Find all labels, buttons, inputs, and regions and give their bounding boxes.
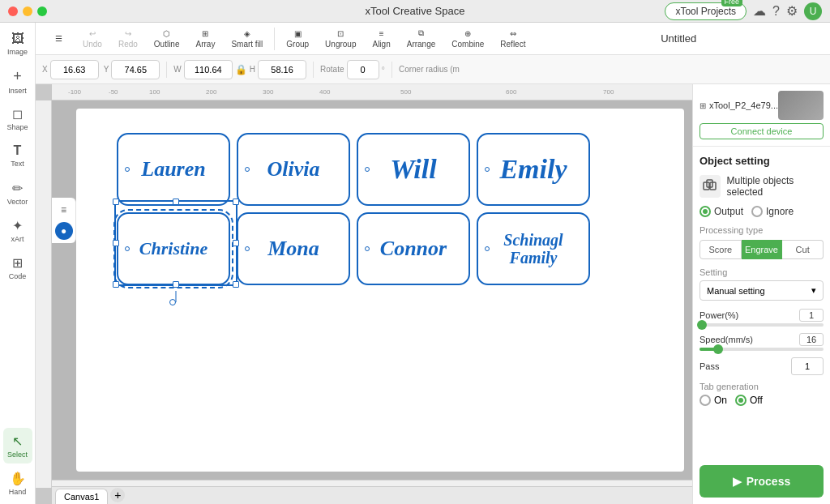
score-button[interactable]: Score xyxy=(700,240,742,259)
outline-button[interactable]: ⬡ Outline xyxy=(148,26,186,52)
undo-button[interactable]: ↩ Undo xyxy=(76,26,109,52)
rotate-handle[interactable] xyxy=(169,299,176,305)
position-bar: X Y W 🔒 H Rotate ° Co xyxy=(36,55,830,84)
degree-icon: ° xyxy=(382,65,385,75)
name-card-olivia[interactable]: Olivia xyxy=(237,133,350,206)
sidebar-item-code[interactable]: ⊞ Code xyxy=(3,250,32,285)
name-text-will: Will xyxy=(390,154,436,185)
profile-icon[interactable]: U xyxy=(804,2,822,20)
menu-toggle[interactable]: ☰ xyxy=(44,31,73,46)
cut-button[interactable]: Cut xyxy=(782,240,824,259)
device-thumbnail xyxy=(778,91,824,120)
engrave-button[interactable]: Engrave xyxy=(742,240,783,259)
manual-setting-select[interactable]: Manual setting ▾ xyxy=(700,280,824,301)
canvas-area[interactable]: -100 -50 100 200 300 400 500 600 700 xyxy=(36,84,692,504)
tab-off-dot xyxy=(735,395,747,406)
properties-icon[interactable]: ● xyxy=(55,222,73,240)
canvas-tab-1[interactable]: Canvas1 xyxy=(55,489,108,504)
sidebar-item-image[interactable]: 🖼 Image xyxy=(3,26,32,62)
text-icon: T xyxy=(14,143,22,158)
ignore-radio-label[interactable]: Ignore xyxy=(751,206,794,217)
power-slider-track[interactable] xyxy=(700,323,824,327)
maximize-button[interactable] xyxy=(37,6,47,16)
combine-button[interactable]: ⊕ Combine xyxy=(445,26,490,52)
multi-object-svg xyxy=(703,179,717,194)
sidebar-item-select[interactable]: ↖ Select xyxy=(3,428,32,463)
sidebar-item-text[interactable]: T Text xyxy=(3,138,32,173)
main-layout: 🖼 Image + Insert ◻ Shape T Text ✏ Vector… xyxy=(0,23,830,504)
y-input[interactable] xyxy=(111,60,160,79)
reflect-button[interactable]: ⇔ Reflect xyxy=(494,26,532,52)
name-card-schinagl[interactable]: SchinaglFamily xyxy=(477,212,590,285)
group-icon: ▣ xyxy=(294,29,302,38)
tab-off-radio[interactable]: Off xyxy=(735,395,763,406)
array-button[interactable]: ⊞ Array xyxy=(190,26,222,52)
power-slider-thumb[interactable] xyxy=(697,320,707,330)
ruler-horizontal: -100 -50 100 200 300 400 500 600 700 xyxy=(52,84,692,100)
multi-object-icon xyxy=(700,175,721,198)
process-button[interactable]: ▶ Process xyxy=(700,465,824,498)
name-card-mona[interactable]: Mona xyxy=(237,212,350,285)
layers-icon[interactable]: ≡ xyxy=(55,201,73,219)
ruler-vertical xyxy=(36,100,52,488)
name-card-will[interactable]: Will xyxy=(357,133,470,206)
name-card-christine[interactable]: Christine xyxy=(117,212,230,285)
ignore-radio-dot xyxy=(751,206,763,217)
name-card-connor[interactable]: Connor xyxy=(357,212,470,285)
object-header: Multiple objects selected xyxy=(700,175,824,198)
card-dot xyxy=(365,167,370,172)
redo-button[interactable]: ↪ Redo xyxy=(112,26,144,52)
pass-input[interactable] xyxy=(791,357,824,375)
name-card-lauren[interactable]: Lauren xyxy=(117,133,230,206)
free-badge: Free xyxy=(721,0,743,6)
settings-title: Object setting xyxy=(700,155,824,167)
card-dot xyxy=(485,167,490,172)
name-text-lauren: Lauren xyxy=(141,157,205,182)
left-toolbar: 🖼 Image + Insert ◻ Shape T Text ✏ Vector… xyxy=(0,23,36,504)
sidebar-item-shape[interactable]: ◻ Shape xyxy=(3,100,32,136)
pos-divider-1 xyxy=(166,62,167,78)
name-card-emily[interactable]: Emily xyxy=(477,133,590,206)
connect-device-button[interactable]: Connect device xyxy=(700,123,824,139)
name-text-olivia: Olivia xyxy=(267,157,320,182)
sidebar-item-hand[interactable]: ✋ Hand xyxy=(3,465,32,501)
tab-on-radio[interactable]: On xyxy=(700,395,727,406)
canvas-content[interactable]: Lauren Olivia Will xyxy=(52,100,692,480)
ungroup-icon: ⊡ xyxy=(337,29,344,38)
speed-slider-thumb[interactable] xyxy=(713,344,723,354)
output-radio-dot xyxy=(700,206,711,217)
menu-icon: ☰ xyxy=(55,34,62,43)
minimize-button[interactable] xyxy=(23,6,32,16)
h-input[interactable] xyxy=(258,60,306,79)
xart-icon: ✦ xyxy=(12,218,23,233)
speed-value-input[interactable] xyxy=(799,333,824,346)
sidebar-item-insert[interactable]: + Insert xyxy=(3,63,32,99)
add-canvas-button[interactable]: + xyxy=(110,488,125,502)
w-input[interactable] xyxy=(184,60,233,79)
rotate-input[interactable] xyxy=(347,60,379,79)
output-radio-label[interactable]: Output xyxy=(700,206,743,217)
tab-bar: Canvas1 + xyxy=(52,486,692,504)
close-button[interactable] xyxy=(8,6,18,16)
device-section: ⊞ xTool_P2_4e79... Connect device xyxy=(693,84,830,147)
object-settings-panel: Object setting Multiple objects selected xyxy=(693,147,830,459)
pass-row: Pass xyxy=(700,357,824,375)
speed-slider-track[interactable] xyxy=(700,348,824,351)
x-input[interactable] xyxy=(50,60,99,79)
group-button[interactable]: ▣ Group xyxy=(280,26,315,52)
settings-icon[interactable]: ⚙ xyxy=(786,3,798,19)
card-dot xyxy=(245,246,250,251)
help-icon[interactable]: ? xyxy=(772,4,780,19)
ungroup-button[interactable]: ⊡ Ungroup xyxy=(319,26,362,52)
power-slider-section: Power(%) xyxy=(700,309,824,327)
sidebar-item-xart[interactable]: ✦ xArt xyxy=(3,212,32,248)
arrange-button[interactable]: ⧉ Arrange xyxy=(400,25,443,52)
right-panel: ⊞ xTool_P2_4e79... Connect device Object… xyxy=(692,84,830,504)
names-grid: Lauren Olivia Will xyxy=(117,133,590,285)
smart-fill-button[interactable]: ◈ Smart fill xyxy=(225,26,269,52)
power-value-input[interactable] xyxy=(799,309,824,322)
sidebar-item-vector[interactable]: ✏ Vector xyxy=(3,175,32,211)
name-text-schinagl: SchinaglFamily xyxy=(503,231,563,267)
align-button[interactable]: ≡ Align xyxy=(366,26,396,52)
xtool-projects-button[interactable]: Free xTool Projects xyxy=(665,2,747,20)
